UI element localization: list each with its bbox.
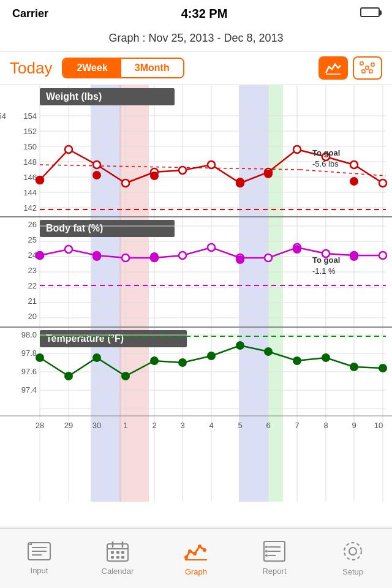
graph-label: Graph [185, 567, 207, 576]
svg-point-155 [198, 545, 202, 548]
setup-icon [342, 540, 364, 565]
graph-icon [184, 540, 208, 565]
svg-point-49 [208, 161, 215, 168]
svg-text:9: 9 [352, 421, 356, 430]
toolbar: Today 2Week 3Month [0, 51, 392, 85]
svg-text:97.4: 97.4 [21, 385, 37, 394]
3month-button[interactable]: 3Month [121, 59, 183, 77]
svg-text:4: 4 [209, 421, 213, 430]
svg-rect-149 [111, 556, 114, 559]
svg-point-46 [122, 179, 129, 187]
svg-text:30: 30 [92, 421, 101, 430]
svg-text:7: 7 [295, 421, 299, 430]
svg-rect-10 [268, 85, 283, 502]
nav-item-input[interactable]: Input [9, 541, 70, 575]
svg-point-162 [265, 546, 268, 548]
today-label[interactable]: Today [10, 59, 52, 78]
svg-point-119 [293, 357, 301, 364]
svg-point-97 [350, 253, 358, 260]
battery-icon [360, 7, 380, 20]
svg-text:98.0: 98.0 [21, 330, 37, 339]
svg-text:144: 144 [23, 188, 37, 197]
bodyfat-goal-label: To goal [312, 255, 340, 265]
svg-point-59 [236, 178, 244, 186]
setup-label: Setup [342, 567, 363, 576]
svg-point-152 [184, 556, 188, 559]
nav-item-calendar[interactable]: Calendar [87, 541, 148, 576]
svg-point-85 [208, 244, 215, 251]
svg-point-164 [265, 554, 268, 557]
svg-text:146: 146 [23, 173, 37, 182]
carrier-label: Carrier [12, 7, 48, 20]
svg-text:154: 154 [23, 111, 37, 121]
weight-goal-label: To goal [312, 148, 340, 157]
svg-text:21: 21 [28, 296, 37, 306]
svg-text:150: 150 [23, 142, 37, 151]
title-bar: Graph : Nov 25, 2013 - Dec 8, 2013 [0, 27, 392, 51]
svg-point-117 [236, 342, 244, 349]
calendar-label: Calendar [102, 567, 134, 576]
svg-text:8: 8 [323, 421, 328, 430]
svg-rect-9 [239, 85, 268, 502]
svg-text:23: 23 [28, 266, 37, 275]
svg-point-113 [122, 372, 129, 380]
svg-point-57 [93, 172, 100, 179]
svg-point-110 [36, 354, 43, 361]
svg-text:154: 154 [0, 111, 6, 121]
svg-point-80 [65, 246, 72, 253]
svg-text:142: 142 [23, 203, 37, 213]
svg-rect-146 [111, 551, 114, 554]
svg-rect-2 [366, 66, 369, 69]
svg-point-94 [151, 253, 158, 260]
svg-point-45 [93, 161, 100, 168]
input-label: Input [31, 566, 48, 575]
svg-text:20: 20 [28, 312, 37, 321]
svg-point-93 [93, 253, 100, 260]
svg-text:2: 2 [152, 421, 156, 430]
svg-point-95 [236, 256, 244, 263]
nav-item-setup[interactable]: Setup [322, 540, 383, 576]
report-icon [263, 541, 285, 564]
report-label: Report [262, 567, 286, 576]
view-type-selector [318, 56, 382, 80]
svg-point-163 [265, 550, 268, 552]
svg-point-154 [193, 552, 197, 556]
svg-point-60 [265, 170, 272, 178]
bodyfat-label: Body fat (%) [46, 223, 103, 233]
nav-item-graph[interactable]: Graph [165, 540, 227, 576]
svg-text:3: 3 [180, 421, 184, 430]
svg-point-82 [122, 254, 129, 262]
status-bar: Carrier 4:32 PM [0, 0, 392, 27]
svg-text:29: 29 [64, 421, 73, 430]
svg-rect-5 [369, 70, 372, 73]
svg-rect-3 [371, 63, 374, 66]
graph-title: Graph : Nov 25, 2013 - Dec 8, 2013 [108, 32, 283, 44]
svg-point-91 [379, 252, 386, 259]
input-icon [27, 541, 51, 564]
svg-text:5: 5 [238, 421, 242, 430]
svg-rect-7 [91, 85, 121, 502]
svg-rect-4 [362, 70, 365, 73]
svg-point-156 [203, 548, 206, 552]
svg-point-153 [188, 549, 192, 553]
svg-text:6: 6 [266, 421, 270, 430]
scatter-chart-button[interactable] [353, 56, 382, 80]
2week-button[interactable]: 2Week [63, 59, 121, 77]
svg-text:25: 25 [28, 235, 37, 244]
svg-text:22: 22 [28, 281, 37, 290]
chart-area: Weight (lbs) 154 154 152 150 148 146 144… [0, 85, 392, 526]
svg-point-48 [179, 167, 186, 174]
svg-rect-150 [116, 556, 119, 559]
svg-point-122 [379, 364, 386, 372]
svg-point-52 [293, 146, 301, 153]
nav-item-report[interactable]: Report [244, 541, 305, 576]
svg-text:97.6: 97.6 [21, 367, 37, 376]
bottom-nav: Input Calendar [0, 528, 392, 588]
svg-text:28: 28 [36, 421, 44, 430]
svg-point-44 [65, 146, 72, 153]
line-chart-button[interactable] [318, 56, 348, 80]
svg-text:152: 152 [23, 127, 37, 136]
svg-text:97.8: 97.8 [21, 349, 37, 358]
svg-point-112 [93, 354, 100, 361]
svg-point-54 [350, 161, 358, 168]
